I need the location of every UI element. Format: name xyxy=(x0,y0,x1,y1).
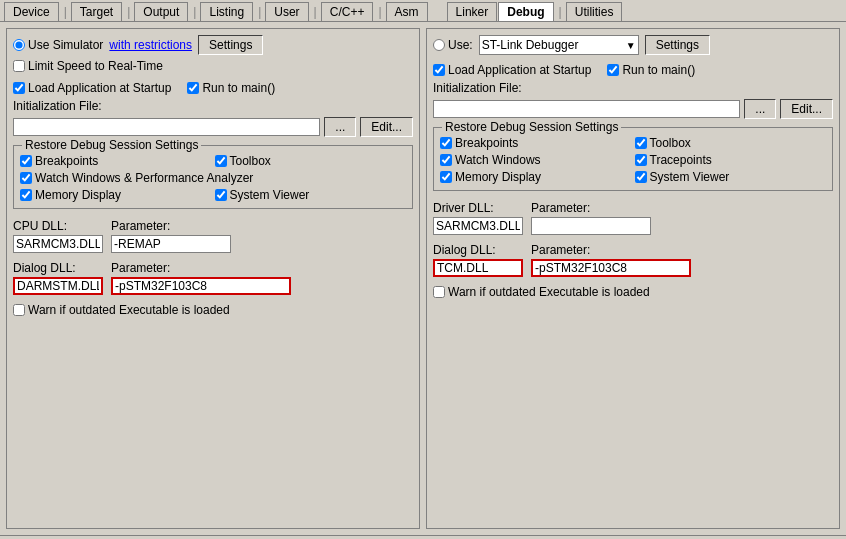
tab-linker[interactable]: Linker xyxy=(447,2,498,21)
right-tracepoints-checkbox[interactable] xyxy=(635,154,647,166)
tab-bar: Device | Target | Output | Listing | Use… xyxy=(0,0,846,22)
left-dialog-dll-labels: Dialog DLL: Parameter: xyxy=(13,261,413,275)
right-dialog-dll-labels: Dialog DLL: Parameter: xyxy=(433,243,833,257)
right-dialog-dll-label: Dialog DLL: xyxy=(433,243,523,257)
left-memory-display-checkbox[interactable] xyxy=(20,189,32,201)
left-load-row: Load Application at Startup Run to main(… xyxy=(13,81,413,95)
right-driver-dll-section: Driver DLL: Parameter: xyxy=(433,201,833,235)
right-watch-windows-label[interactable]: Watch Windows xyxy=(440,153,632,167)
right-watch-windows-checkbox[interactable] xyxy=(440,154,452,166)
left-system-viewer-checkbox[interactable] xyxy=(215,189,227,201)
right-system-viewer-label[interactable]: System Viewer xyxy=(635,170,827,184)
tab-target[interactable]: Target xyxy=(71,2,122,21)
left-edit-button[interactable]: Edit... xyxy=(360,117,413,137)
left-init-file-input[interactable] xyxy=(13,118,320,136)
bottom-button-row: Manage Component Viewer Description File… xyxy=(0,535,846,539)
right-run-to-main-label[interactable]: Run to main() xyxy=(607,63,695,77)
left-init-file-label: Initialization File: xyxy=(13,99,413,113)
tab-cpp[interactable]: C/C++ xyxy=(321,2,374,21)
left-breakpoints-checkbox[interactable] xyxy=(20,155,32,167)
right-use-radio-label[interactable]: Use: xyxy=(433,38,473,52)
right-warn-checkbox[interactable] xyxy=(433,286,445,298)
left-toolbox-label[interactable]: Toolbox xyxy=(215,154,407,168)
right-restore-grid-row1: Breakpoints Toolbox xyxy=(440,136,826,150)
right-restore-title: Restore Debug Session Settings xyxy=(442,120,621,134)
right-breakpoints-checkbox[interactable] xyxy=(440,137,452,149)
right-run-to-main-checkbox[interactable] xyxy=(607,64,619,76)
left-warn-label[interactable]: Warn if outdated Executable is loaded xyxy=(13,303,230,317)
right-dialog-dll-input[interactable] xyxy=(433,259,523,277)
right-toolbox-label[interactable]: Toolbox xyxy=(635,136,827,150)
with-restrictions-link[interactable]: with restrictions xyxy=(109,38,192,52)
right-settings-button[interactable]: Settings xyxy=(645,35,710,55)
right-watch-windows-text: Watch Windows xyxy=(455,153,541,167)
right-dialog-dll-section: Dialog DLL: Parameter: xyxy=(433,243,833,277)
use-simulator-radio[interactable] xyxy=(13,39,25,51)
left-watch-windows-checkbox[interactable] xyxy=(20,172,32,184)
right-dialog-param-input[interactable] xyxy=(531,259,691,277)
left-cpu-dll-labels: CPU DLL: Parameter: xyxy=(13,219,413,233)
right-top-row: Use: ST-Link Debugger ▼ Settings xyxy=(433,35,833,55)
left-limit-speed-row: Limit Speed to Real-Time xyxy=(13,59,413,73)
left-run-to-main-text: Run to main() xyxy=(202,81,275,95)
left-warn-checkbox[interactable] xyxy=(13,304,25,316)
left-breakpoints-label[interactable]: Breakpoints xyxy=(20,154,212,168)
tab-debug[interactable]: Debug xyxy=(498,2,553,21)
left-watch-windows-text: Watch Windows & Performance Analyzer xyxy=(35,171,253,185)
right-driver-dll-input[interactable] xyxy=(433,217,523,235)
right-load-app-checkbox[interactable] xyxy=(433,64,445,76)
right-memory-display-label[interactable]: Memory Display xyxy=(440,170,632,184)
right-load-row: Load Application at Startup Run to main(… xyxy=(433,63,833,77)
right-breakpoints-label[interactable]: Breakpoints xyxy=(440,136,632,150)
left-system-viewer-label[interactable]: System Viewer xyxy=(215,188,407,202)
limit-speed-checkbox[interactable] xyxy=(13,60,25,72)
right-edit-button[interactable]: Edit... xyxy=(780,99,833,119)
right-init-file-input[interactable] xyxy=(433,100,740,118)
right-memory-display-checkbox[interactable] xyxy=(440,171,452,183)
right-use-label: Use: xyxy=(448,38,473,52)
left-toolbox-checkbox[interactable] xyxy=(215,155,227,167)
right-system-viewer-checkbox[interactable] xyxy=(635,171,647,183)
left-load-app-checkbox[interactable] xyxy=(13,82,25,94)
right-use-radio[interactable] xyxy=(433,39,445,51)
right-warn-label[interactable]: Warn if outdated Executable is loaded xyxy=(433,285,650,299)
tab-utilities[interactable]: Utilities xyxy=(566,2,623,21)
left-cpu-dll-section: CPU DLL: Parameter: xyxy=(13,219,413,253)
use-simulator-radio-label[interactable]: Use Simulator xyxy=(13,38,103,52)
left-watch-windows-label[interactable]: Watch Windows & Performance Analyzer xyxy=(20,171,406,185)
left-load-app-label[interactable]: Load Application at Startup xyxy=(13,81,171,95)
right-tracepoints-label[interactable]: Tracepoints xyxy=(635,153,827,167)
tab-asm[interactable]: Asm xyxy=(386,2,428,21)
left-run-to-main-checkbox[interactable] xyxy=(187,82,199,94)
left-toolbox-text: Toolbox xyxy=(230,154,271,168)
left-cpu-param-input[interactable] xyxy=(111,235,231,253)
tab-user[interactable]: User xyxy=(265,2,308,21)
right-browse-button[interactable]: ... xyxy=(744,99,776,119)
right-debugger-label: ST-Link Debugger xyxy=(482,38,579,52)
right-driver-param-input[interactable] xyxy=(531,217,651,235)
left-run-to-main-label[interactable]: Run to main() xyxy=(187,81,275,95)
right-restore-content: Breakpoints Toolbox Watch Windows Tracep… xyxy=(440,136,826,184)
left-memory-display-label[interactable]: Memory Display xyxy=(20,188,212,202)
left-restore-group: Restore Debug Session Settings Breakpoin… xyxy=(13,145,413,209)
right-load-app-label[interactable]: Load Application at Startup xyxy=(433,63,591,77)
left-dialog-param-input[interactable] xyxy=(111,277,291,295)
right-tracepoints-text: Tracepoints xyxy=(650,153,712,167)
tab-listing[interactable]: Listing xyxy=(200,2,253,21)
left-settings-button[interactable]: Settings xyxy=(198,35,263,55)
right-dialog-dll-inputs xyxy=(433,259,833,277)
right-debugger-dropdown[interactable]: ST-Link Debugger ▼ xyxy=(479,35,639,55)
right-init-file-label: Initialization File: xyxy=(433,81,833,95)
right-dialog-param-label: Parameter: xyxy=(531,243,590,257)
right-toolbox-checkbox[interactable] xyxy=(635,137,647,149)
left-browse-button[interactable]: ... xyxy=(324,117,356,137)
limit-speed-label[interactable]: Limit Speed to Real-Time xyxy=(13,59,163,73)
right-driver-param-label: Parameter: xyxy=(531,201,590,215)
right-toolbox-text: Toolbox xyxy=(650,136,691,150)
left-cpu-dll-input[interactable] xyxy=(13,235,103,253)
left-warn-row: Warn if outdated Executable is loaded xyxy=(13,303,413,317)
left-dialog-param-label: Parameter: xyxy=(111,261,170,275)
tab-device[interactable]: Device xyxy=(4,2,59,21)
left-dialog-dll-input[interactable] xyxy=(13,277,103,295)
tab-output[interactable]: Output xyxy=(134,2,188,21)
